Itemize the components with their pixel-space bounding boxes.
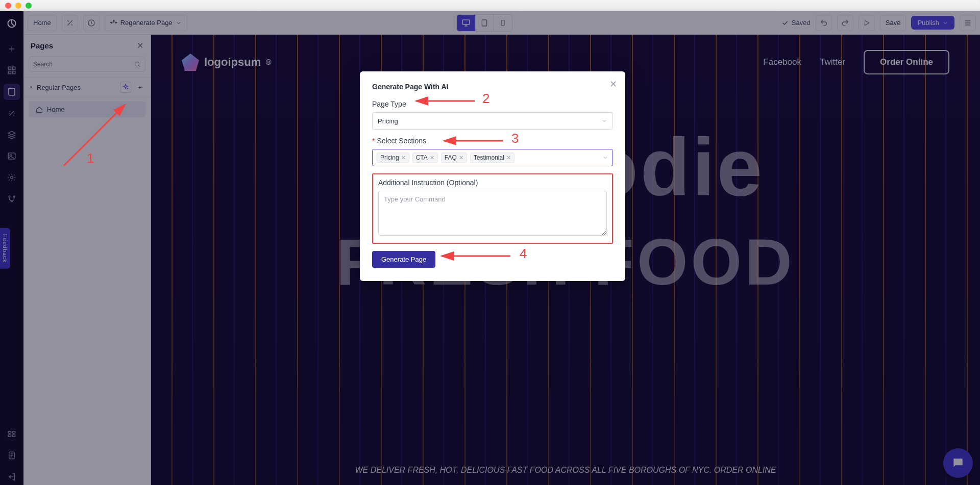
- page-type-label: Page Type: [372, 100, 613, 108]
- tag-remove-icon[interactable]: ✕: [430, 155, 434, 161]
- section-tag[interactable]: CTA✕: [412, 152, 438, 163]
- tag-remove-icon[interactable]: ✕: [506, 155, 511, 161]
- section-tag[interactable]: Pricing✕: [377, 152, 409, 163]
- generate-page-button[interactable]: Generate Page: [372, 251, 435, 268]
- generate-page-modal: ✕ Generate Page With AI Page Type Pricin…: [360, 71, 625, 281]
- modal-close-button[interactable]: ✕: [609, 79, 617, 90]
- additional-instruction-textarea[interactable]: [378, 191, 607, 236]
- sections-multiselect[interactable]: Pricing✕ CTA✕ FAQ✕ Testimonial✕: [372, 149, 613, 166]
- section-tag[interactable]: FAQ✕: [441, 152, 467, 163]
- mac-titlebar: [0, 0, 980, 11]
- modal-title: Generate Page With AI: [372, 83, 613, 91]
- additional-instruction-box: Additional Instruction (Optional): [372, 173, 613, 244]
- tag-remove-icon[interactable]: ✕: [459, 155, 463, 161]
- page-type-value: Pricing: [378, 117, 398, 125]
- chevron-down-icon: [601, 118, 607, 124]
- chevron-down-icon: [602, 155, 608, 161]
- mac-maximize-dot[interactable]: [26, 3, 32, 9]
- additional-instruction-label: Additional Instruction (Optional): [378, 178, 607, 187]
- mac-minimize-dot[interactable]: [15, 3, 21, 9]
- page-type-select[interactable]: Pricing: [372, 112, 613, 130]
- select-sections-label: *Select Sections: [372, 137, 613, 145]
- tag-remove-icon[interactable]: ✕: [401, 155, 406, 161]
- section-tag[interactable]: Testimonial✕: [470, 152, 514, 163]
- mac-close-dot[interactable]: [5, 3, 11, 9]
